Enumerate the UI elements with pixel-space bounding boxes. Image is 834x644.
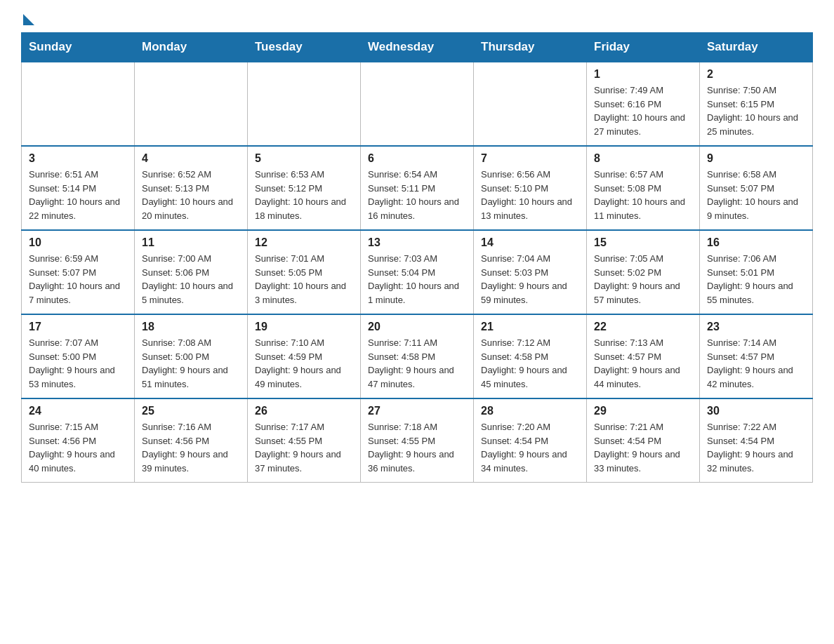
calendar-cell: 13Sunrise: 7:03 AMSunset: 5:04 PMDayligh… xyxy=(361,230,474,314)
day-number: 4 xyxy=(142,152,240,165)
calendar-cell: 14Sunrise: 7:04 AMSunset: 5:03 PMDayligh… xyxy=(474,230,587,314)
calendar-cell xyxy=(22,62,135,146)
day-info: Sunrise: 7:22 AMSunset: 4:54 PMDaylight:… xyxy=(707,420,805,475)
logo-arrow-icon xyxy=(23,14,34,25)
calendar-cell: 17Sunrise: 7:07 AMSunset: 5:00 PMDayligh… xyxy=(22,314,135,398)
calendar-cell: 21Sunrise: 7:12 AMSunset: 4:58 PMDayligh… xyxy=(474,314,587,398)
day-number: 1 xyxy=(594,68,692,81)
calendar-cell: 18Sunrise: 7:08 AMSunset: 5:00 PMDayligh… xyxy=(135,314,248,398)
calendar-cell xyxy=(135,62,248,146)
day-number: 12 xyxy=(255,236,353,249)
day-info: Sunrise: 7:18 AMSunset: 4:55 PMDaylight:… xyxy=(368,420,466,475)
calendar-cell: 2Sunrise: 7:50 AMSunset: 6:15 PMDaylight… xyxy=(700,62,813,146)
day-number: 13 xyxy=(368,236,466,249)
calendar-cell: 4Sunrise: 6:52 AMSunset: 5:13 PMDaylight… xyxy=(135,146,248,230)
logo xyxy=(21,14,34,20)
day-number: 3 xyxy=(29,152,127,165)
day-number: 30 xyxy=(707,405,805,417)
day-number: 26 xyxy=(255,405,353,417)
day-info: Sunrise: 6:59 AMSunset: 5:07 PMDaylight:… xyxy=(29,252,127,307)
day-info: Sunrise: 7:15 AMSunset: 4:56 PMDaylight:… xyxy=(29,420,127,475)
day-info: Sunrise: 6:54 AMSunset: 5:11 PMDaylight:… xyxy=(368,168,466,222)
day-info: Sunrise: 7:10 AMSunset: 4:59 PMDaylight:… xyxy=(255,336,353,391)
calendar-cell: 1Sunrise: 7:49 AMSunset: 6:16 PMDaylight… xyxy=(587,62,700,146)
day-number: 16 xyxy=(707,236,805,249)
calendar-cell: 5Sunrise: 6:53 AMSunset: 5:12 PMDaylight… xyxy=(248,146,361,230)
calendar-cell xyxy=(361,62,474,146)
calendar-cell: 24Sunrise: 7:15 AMSunset: 4:56 PMDayligh… xyxy=(22,398,135,483)
day-number: 9 xyxy=(707,152,805,165)
day-info: Sunrise: 7:49 AMSunset: 6:16 PMDaylight:… xyxy=(594,83,692,138)
day-info: Sunrise: 7:17 AMSunset: 4:55 PMDaylight:… xyxy=(255,420,353,475)
day-info: Sunrise: 6:53 AMSunset: 5:12 PMDaylight:… xyxy=(255,168,353,222)
day-number: 22 xyxy=(594,321,692,333)
day-number: 2 xyxy=(707,68,805,81)
day-info: Sunrise: 6:57 AMSunset: 5:08 PMDaylight:… xyxy=(594,168,692,222)
day-info: Sunrise: 7:13 AMSunset: 4:57 PMDaylight:… xyxy=(594,336,692,391)
day-number: 17 xyxy=(29,321,127,333)
calendar-header-sunday: Sunday xyxy=(22,33,135,62)
day-number: 24 xyxy=(29,405,127,417)
page-header xyxy=(21,14,813,20)
day-info: Sunrise: 7:07 AMSunset: 5:00 PMDaylight:… xyxy=(29,336,127,391)
calendar-cell: 23Sunrise: 7:14 AMSunset: 4:57 PMDayligh… xyxy=(700,314,813,398)
day-number: 28 xyxy=(481,405,579,417)
day-info: Sunrise: 7:50 AMSunset: 6:15 PMDaylight:… xyxy=(707,83,805,138)
calendar-header-row: SundayMondayTuesdayWednesdayThursdayFrid… xyxy=(22,33,813,62)
day-info: Sunrise: 6:52 AMSunset: 5:13 PMDaylight:… xyxy=(142,168,240,222)
calendar-cell: 10Sunrise: 6:59 AMSunset: 5:07 PMDayligh… xyxy=(22,230,135,314)
day-number: 21 xyxy=(481,321,579,333)
day-info: Sunrise: 7:16 AMSunset: 4:56 PMDaylight:… xyxy=(142,420,240,475)
day-number: 19 xyxy=(255,321,353,333)
day-number: 23 xyxy=(707,321,805,333)
week-row-2: 3Sunrise: 6:51 AMSunset: 5:14 PMDaylight… xyxy=(22,146,813,230)
day-info: Sunrise: 6:51 AMSunset: 5:14 PMDaylight:… xyxy=(29,168,127,222)
day-info: Sunrise: 7:05 AMSunset: 5:02 PMDaylight:… xyxy=(594,252,692,307)
calendar-cell: 30Sunrise: 7:22 AMSunset: 4:54 PMDayligh… xyxy=(700,398,813,483)
calendar-cell xyxy=(474,62,587,146)
calendar-cell: 22Sunrise: 7:13 AMSunset: 4:57 PMDayligh… xyxy=(587,314,700,398)
day-number: 14 xyxy=(481,236,579,249)
calendar-cell: 11Sunrise: 7:00 AMSunset: 5:06 PMDayligh… xyxy=(135,230,248,314)
week-row-4: 17Sunrise: 7:07 AMSunset: 5:00 PMDayligh… xyxy=(22,314,813,398)
calendar-header-friday: Friday xyxy=(587,33,700,62)
day-info: Sunrise: 7:06 AMSunset: 5:01 PMDaylight:… xyxy=(707,252,805,307)
day-number: 18 xyxy=(142,321,240,333)
calendar-table: SundayMondayTuesdayWednesdayThursdayFrid… xyxy=(21,32,813,483)
day-info: Sunrise: 6:58 AMSunset: 5:07 PMDaylight:… xyxy=(707,168,805,222)
day-number: 10 xyxy=(29,236,127,249)
calendar-cell: 19Sunrise: 7:10 AMSunset: 4:59 PMDayligh… xyxy=(248,314,361,398)
week-row-3: 10Sunrise: 6:59 AMSunset: 5:07 PMDayligh… xyxy=(22,230,813,314)
calendar-header-tuesday: Tuesday xyxy=(248,33,361,62)
calendar-cell xyxy=(248,62,361,146)
day-number: 15 xyxy=(594,236,692,249)
day-number: 7 xyxy=(481,152,579,165)
calendar-cell: 16Sunrise: 7:06 AMSunset: 5:01 PMDayligh… xyxy=(700,230,813,314)
day-number: 29 xyxy=(594,405,692,417)
day-info: Sunrise: 7:00 AMSunset: 5:06 PMDaylight:… xyxy=(142,252,240,307)
day-number: 20 xyxy=(368,321,466,333)
calendar-cell: 12Sunrise: 7:01 AMSunset: 5:05 PMDayligh… xyxy=(248,230,361,314)
calendar-cell: 29Sunrise: 7:21 AMSunset: 4:54 PMDayligh… xyxy=(587,398,700,483)
calendar-cell: 7Sunrise: 6:56 AMSunset: 5:10 PMDaylight… xyxy=(474,146,587,230)
calendar-cell: 6Sunrise: 6:54 AMSunset: 5:11 PMDaylight… xyxy=(361,146,474,230)
calendar-cell: 9Sunrise: 6:58 AMSunset: 5:07 PMDaylight… xyxy=(700,146,813,230)
calendar-cell: 8Sunrise: 6:57 AMSunset: 5:08 PMDaylight… xyxy=(587,146,700,230)
calendar-cell: 25Sunrise: 7:16 AMSunset: 4:56 PMDayligh… xyxy=(135,398,248,483)
week-row-5: 24Sunrise: 7:15 AMSunset: 4:56 PMDayligh… xyxy=(22,398,813,483)
calendar-cell: 3Sunrise: 6:51 AMSunset: 5:14 PMDaylight… xyxy=(22,146,135,230)
day-info: Sunrise: 7:11 AMSunset: 4:58 PMDaylight:… xyxy=(368,336,466,391)
day-info: Sunrise: 7:14 AMSunset: 4:57 PMDaylight:… xyxy=(707,336,805,391)
calendar-header-monday: Monday xyxy=(135,33,248,62)
day-info: Sunrise: 7:04 AMSunset: 5:03 PMDaylight:… xyxy=(481,252,579,307)
calendar-cell: 20Sunrise: 7:11 AMSunset: 4:58 PMDayligh… xyxy=(361,314,474,398)
calendar-cell: 28Sunrise: 7:20 AMSunset: 4:54 PMDayligh… xyxy=(474,398,587,483)
day-number: 11 xyxy=(142,236,240,249)
calendar-header-thursday: Thursday xyxy=(474,33,587,62)
week-row-1: 1Sunrise: 7:49 AMSunset: 6:16 PMDaylight… xyxy=(22,62,813,146)
calendar-cell: 26Sunrise: 7:17 AMSunset: 4:55 PMDayligh… xyxy=(248,398,361,483)
day-info: Sunrise: 7:03 AMSunset: 5:04 PMDaylight:… xyxy=(368,252,466,307)
day-number: 5 xyxy=(255,152,353,165)
calendar-header-saturday: Saturday xyxy=(700,33,813,62)
day-info: Sunrise: 6:56 AMSunset: 5:10 PMDaylight:… xyxy=(481,168,579,222)
